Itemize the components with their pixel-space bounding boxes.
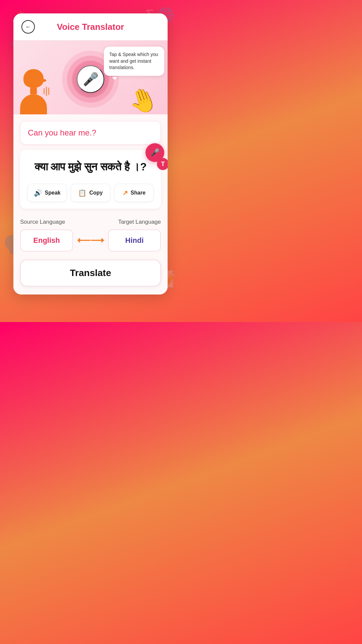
share-button[interactable]: ↗ Share (114, 184, 154, 202)
floating-t-label: T (161, 161, 165, 168)
target-language-label: Target Language (118, 219, 161, 225)
input-text-box: Can you hear me.? (20, 121, 161, 145)
input-text: Can you hear me.? (28, 128, 96, 137)
sound-waves (44, 87, 49, 96)
source-language-button[interactable]: English (20, 229, 73, 252)
target-language-value: Hindi (125, 236, 144, 245)
back-arrow-icon: ← (25, 24, 31, 30)
copy-button[interactable]: 📋 Copy (71, 184, 110, 202)
translated-text: क्या आप मुझे सुन सकते है ।? (27, 159, 154, 174)
hand-tap-illustration: 🤚 (125, 83, 162, 114)
floating-mic-icon: 🎤 (150, 148, 160, 157)
target-language-button[interactable]: Hindi (108, 229, 161, 252)
speech-bubble-text: Tap & Speak which you want and get insta… (109, 52, 158, 70)
floating-t-button[interactable]: T (157, 158, 168, 170)
translate-button[interactable]: Translate (20, 260, 161, 286)
person-body (20, 94, 47, 114)
wave-2 (46, 87, 47, 96)
page-title: Voice Translator (35, 22, 146, 32)
speech-bubble: Tap & Speak which you want and get insta… (104, 47, 164, 76)
speak-label: Speak (45, 190, 61, 196)
language-labels-row: Source Language Target Language (20, 219, 161, 225)
speak-button[interactable]: 🔊 Speak (27, 184, 67, 202)
wave-1 (44, 88, 45, 94)
person-neck (30, 88, 37, 94)
source-language-label: Source Language (20, 219, 65, 225)
mic-icon: 🎤 (83, 72, 99, 87)
action-buttons-row: 🔊 Speak 📋 Copy ↗ Share (27, 184, 154, 202)
header: ← Voice Translator (13, 13, 168, 41)
source-language-value: English (33, 236, 60, 245)
wave-3 (48, 88, 49, 95)
language-section: Source Language Target Language English … (20, 215, 161, 286)
back-button[interactable]: ← (21, 20, 35, 34)
share-label: Share (131, 190, 145, 196)
speak-icon: 🔊 (34, 189, 42, 197)
translate-button-label: Translate (70, 268, 111, 278)
person-head (23, 69, 44, 88)
translation-result-box: 🎤 T क्या आप मुझे सुन सकते है ।? 🔊 Speak … (20, 150, 161, 209)
share-icon: ↗ (122, 189, 128, 197)
mic-button[interactable]: 🎤 (77, 65, 104, 93)
person-illustration (20, 69, 47, 114)
swap-languages-button[interactable]: ⟵⟶ (77, 235, 104, 246)
illustration-area: 🎤 🤚 Tap & Speak which you want and get i… (13, 41, 168, 114)
language-selector-row: English ⟵⟶ Hindi (20, 229, 161, 252)
copy-label: Copy (89, 190, 103, 196)
main-content: Can you hear me.? 🎤 T क्या आप मुझे सुन स… (13, 114, 168, 294)
main-card: ← Voice Translator 🎤 (13, 13, 168, 294)
copy-icon: 📋 (78, 189, 86, 197)
